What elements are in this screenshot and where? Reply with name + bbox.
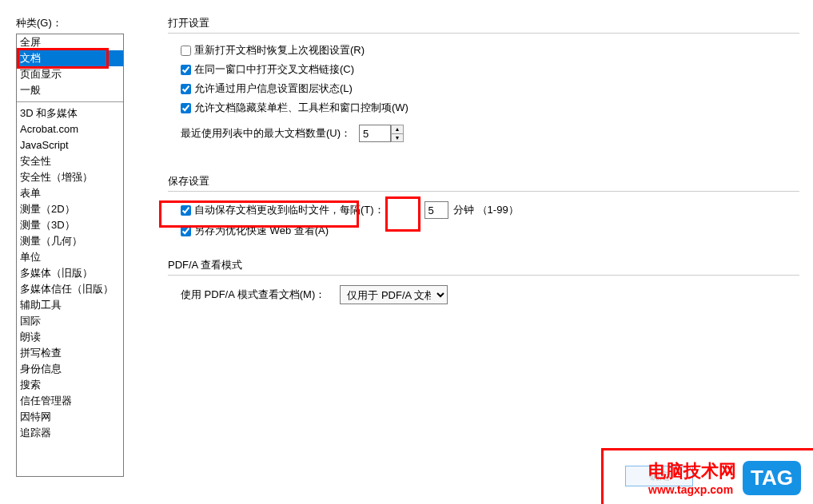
same-window-input[interactable]	[181, 65, 191, 75]
max-docs-spin-up[interactable]: ▲	[392, 125, 403, 134]
category-item[interactable]: 多媒体（旧版）	[17, 265, 123, 281]
reopen-restore-input[interactable]	[181, 46, 191, 56]
max-docs-label: 最近使用列表中的最大文档数量(U)：	[181, 126, 351, 141]
user-layers-label: 允许通过用户信息设置图层状态(L)	[194, 81, 353, 96]
tag-badge: TAG	[743, 461, 801, 495]
category-item[interactable]: 文档	[17, 50, 123, 66]
open-settings-title: 打开设置	[168, 16, 813, 30]
category-item[interactable]: 因特网	[17, 409, 123, 425]
category-item[interactable]: 追踪器	[17, 425, 123, 441]
list-separator	[17, 101, 123, 102]
hide-menu-checkbox[interactable]: 允许文档隐藏菜单栏、工具栏和窗口控制项(W)	[181, 101, 408, 115]
category-item[interactable]: Acrobat.com	[17, 121, 123, 137]
autosave-input[interactable]	[181, 205, 191, 216]
category-item[interactable]: 测量（2D）	[17, 201, 123, 217]
autosave-checkbox[interactable]: 自动保存文档更改到临时文件，每隔(T)：	[181, 203, 385, 217]
category-item[interactable]: 页面显示	[17, 66, 123, 82]
category-item[interactable]: 辅助工具	[17, 297, 123, 313]
reopen-restore-label: 重新打开文档时恢复上次视图设置(R)	[194, 43, 365, 58]
category-item[interactable]: 搜索	[17, 377, 123, 393]
category-item[interactable]: 一般	[17, 82, 123, 98]
saveas-web-label: 另存为优化快速 Web 查看(A)	[194, 224, 329, 238]
pdfa-mode-label: 使用 PDF/A 模式查看文档(M)：	[181, 288, 325, 302]
same-window-label: 在同一窗口中打开交叉文档链接(C)	[194, 62, 354, 77]
category-item[interactable]: 单位	[17, 249, 123, 265]
autosave-label: 自动保存文档更改到临时文件，每隔(T)：	[194, 203, 385, 217]
pdfa-title: PDF/A 查看模式	[168, 258, 813, 272]
category-listbox[interactable]: 全屏文档页面显示一般 3D 和多媒体Acrobat.comJavaScript安…	[16, 34, 124, 477]
user-layers-checkbox[interactable]: 允许通过用户信息设置图层状态(L)	[181, 81, 353, 96]
hide-menu-input[interactable]	[181, 103, 191, 113]
category-item[interactable]: 安全性	[17, 153, 123, 169]
same-window-checkbox[interactable]: 在同一窗口中打开交叉文档链接(C)	[181, 62, 354, 77]
autosave-minutes-input[interactable]	[424, 201, 448, 219]
watermark-text: 电脑技术网	[648, 459, 736, 483]
category-item[interactable]: 拼写检查	[17, 345, 123, 361]
watermark: 电脑技术网 www.tagxp.com TAG	[648, 459, 801, 496]
minutes-range: （1-99）	[477, 203, 519, 217]
category-item[interactable]: 表单	[17, 185, 123, 201]
minutes-unit: 分钟	[453, 203, 474, 217]
category-item[interactable]: 信任管理器	[17, 393, 123, 409]
category-item[interactable]: 全屏	[17, 34, 123, 50]
saveas-web-input[interactable]	[181, 226, 191, 236]
category-item[interactable]: 多媒体信任（旧版）	[17, 281, 123, 297]
pdfa-mode-select[interactable]: 仅用于 PDF/A 文档	[340, 285, 448, 304]
category-group-label: 种类(G)：	[16, 16, 144, 30]
category-item[interactable]: 身份信息	[17, 361, 123, 377]
category-item[interactable]: 安全性（增强）	[17, 169, 123, 185]
watermark-url: www.tagxp.com	[648, 483, 736, 496]
saveas-web-checkbox[interactable]: 另存为优化快速 Web 查看(A)	[181, 224, 329, 238]
category-item[interactable]: 测量（几何）	[17, 233, 123, 249]
hide-menu-label: 允许文档隐藏菜单栏、工具栏和窗口控制项(W)	[194, 101, 408, 115]
max-docs-spin-down[interactable]: ▼	[392, 134, 403, 142]
category-item[interactable]: 测量（3D）	[17, 217, 123, 233]
category-item[interactable]: 朗读	[17, 329, 123, 345]
category-item[interactable]: 国际	[17, 313, 123, 329]
reopen-restore-checkbox[interactable]: 重新打开文档时恢复上次视图设置(R)	[181, 43, 365, 58]
user-layers-input[interactable]	[181, 84, 191, 94]
save-settings-title: 保存设置	[168, 174, 813, 189]
category-item[interactable]: JavaScript	[17, 137, 123, 153]
category-item[interactable]: 3D 和多媒体	[17, 105, 123, 121]
max-docs-input[interactable]	[359, 125, 391, 142]
